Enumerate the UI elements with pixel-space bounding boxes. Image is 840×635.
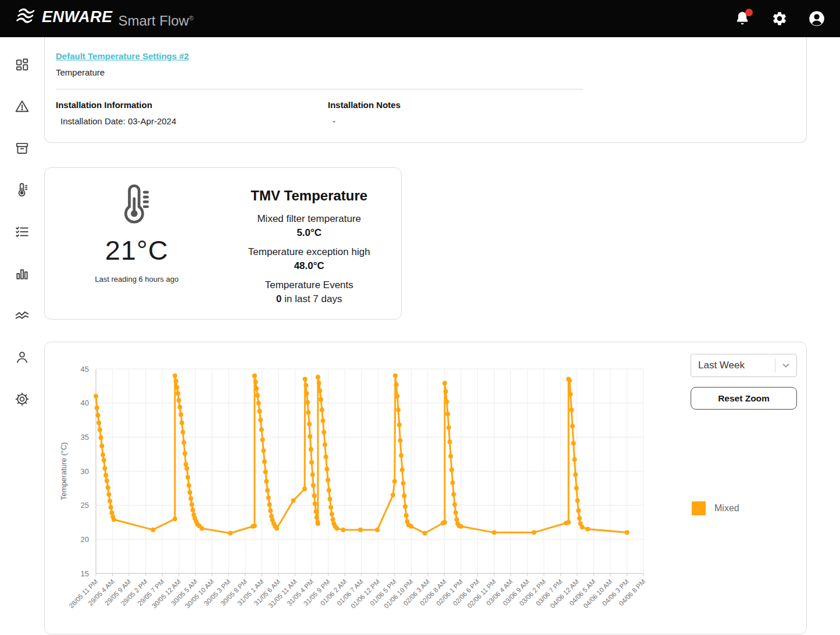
brand-name: ENWARE: [42, 8, 113, 26]
user-icon[interactable]: [15, 350, 30, 365]
svg-text:35: 35: [81, 433, 89, 442]
gear-icon[interactable]: [771, 10, 788, 27]
bar-chart-icon[interactable]: [15, 266, 30, 281]
installation-information-heading: Installation Information: [56, 100, 328, 110]
bell-icon[interactable]: [734, 10, 750, 27]
device-type-label: Temperature: [56, 67, 795, 77]
tmv-card-title: TMV Temperature: [223, 188, 396, 204]
tmv-temperature-card: 21°C Last reading 6 hours ago TMV Temper…: [44, 167, 402, 320]
notification-badge: [745, 9, 753, 16]
top-bar: ENWARE Smart Flow®: [0, 0, 840, 37]
svg-text:45: 45: [81, 365, 89, 374]
dashboard-icon[interactable]: [15, 57, 30, 72]
current-temperature: 21°C: [51, 234, 223, 266]
overview-card: Default Temperature Settings #2 Temperat…: [44, 37, 807, 143]
account-icon[interactable]: [809, 10, 825, 27]
legend-swatch-mixed: [692, 501, 706, 515]
mixed-filter-value: 5.0°C: [223, 227, 396, 239]
svg-text:20: 20: [81, 535, 89, 544]
svg-text:Temperature (°C): Temperature (°C): [59, 442, 68, 500]
trends-icon[interactable]: [15, 308, 30, 323]
temperature-line-chart[interactable]: 1520253035404528/05 11 PM29/05 4 AM29/05…: [54, 353, 653, 626]
svg-text:30: 30: [81, 467, 89, 476]
waves-logo-icon: [15, 8, 37, 26]
temperature-events-value: 0 in last 7 days: [223, 293, 396, 305]
chart-legend: Mixed: [691, 501, 797, 515]
range-select[interactable]: Last Week: [691, 354, 797, 377]
checklist-icon[interactable]: [15, 224, 30, 239]
main-content: Default Temperature Settings #2 Temperat…: [44, 37, 840, 635]
chevron-down-icon: [775, 361, 791, 370]
exception-high-value: 48.0°C: [223, 260, 396, 272]
registered-mark: ®: [189, 15, 194, 21]
installation-notes-value: -: [328, 116, 401, 126]
alert-triangle-icon[interactable]: [15, 99, 30, 114]
exception-high-label: Temperature exception high: [223, 246, 396, 258]
mixed-filter-label: Mixed filter temperature: [223, 213, 396, 225]
installation-date-value: Installation Date: 03-Apr-2024: [56, 116, 328, 126]
brand: ENWARE Smart Flow®: [15, 8, 194, 30]
temperature-events-label: Temperature Events: [223, 279, 396, 291]
thermometer-icon[interactable]: [15, 182, 30, 198]
svg-text:40: 40: [81, 399, 89, 407]
thermometer-large-icon: [117, 184, 156, 226]
default-temperature-settings-link[interactable]: Default Temperature Settings #2: [56, 51, 189, 61]
brand-product: Smart Flow®: [119, 13, 194, 29]
archive-icon[interactable]: [15, 141, 30, 156]
installation-notes-heading: Installation Notes: [328, 100, 401, 110]
last-reading-label: Last reading 6 hours ago: [51, 275, 223, 284]
range-select-value: Last Week: [698, 360, 745, 371]
svg-text:15: 15: [81, 569, 89, 578]
settings-icon[interactable]: [15, 392, 30, 407]
svg-text:25: 25: [81, 501, 89, 510]
temperature-chart-card: 1520253035404528/05 11 PM29/05 4 AM29/05…: [44, 342, 807, 634]
reset-zoom-button[interactable]: Reset Zoom: [691, 387, 797, 410]
sidebar: [0, 37, 44, 407]
legend-label-mixed: Mixed: [714, 503, 739, 514]
divider: [56, 89, 583, 89]
